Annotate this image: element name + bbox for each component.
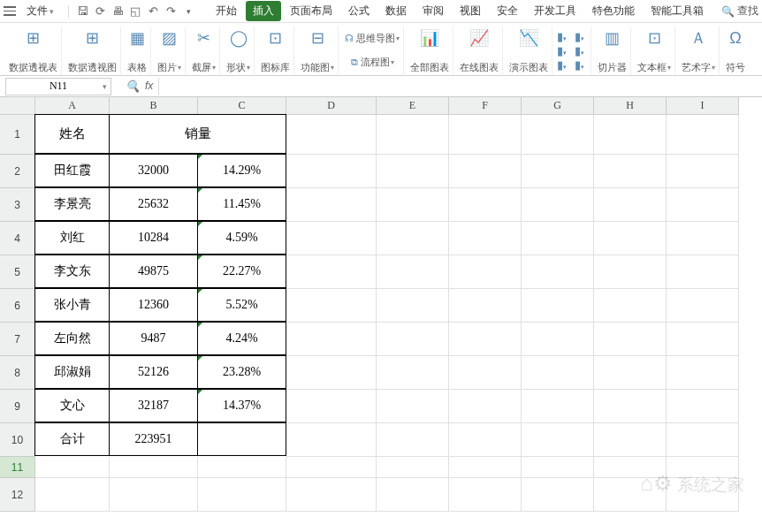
hamburger-icon[interactable] xyxy=(4,5,16,18)
cell-A3[interactable]: 李景亮 xyxy=(34,187,110,221)
col-header-C[interactable]: C xyxy=(198,97,286,115)
menu-tab-4[interactable]: 数据 xyxy=(378,1,414,21)
cell-A8[interactable]: 邱淑娟 xyxy=(34,355,110,389)
ribbon-group-textbox[interactable]: ⊡文本框 ▾ xyxy=(634,27,675,74)
cell-empty[interactable] xyxy=(286,356,377,390)
cell-D12[interactable] xyxy=(286,478,377,512)
cell-F12[interactable] xyxy=(449,478,522,512)
cell-B1-C1[interactable]: 销量 xyxy=(109,114,286,154)
col-header-F[interactable]: F xyxy=(449,97,522,115)
ribbon-group-wordart[interactable]: Ａ艺术字 ▾ xyxy=(678,27,720,74)
cell-empty[interactable] xyxy=(594,255,667,289)
cell-B7[interactable]: 9487 xyxy=(109,322,198,355)
ribbon-group-small-charts[interactable]: ▮▾▮▾▮▾▮▾▮▾▮▾ xyxy=(555,27,591,74)
cell-empty[interactable] xyxy=(377,323,449,356)
row-header-6[interactable]: 6 xyxy=(0,289,35,323)
cell-B5[interactable]: 49875 xyxy=(109,255,198,288)
row-header-8[interactable]: 8 xyxy=(0,356,35,390)
cell-empty[interactable] xyxy=(522,255,594,289)
cell-empty[interactable] xyxy=(594,289,667,323)
row-header-3[interactable]: 3 xyxy=(0,188,35,222)
cell-empty[interactable] xyxy=(594,115,667,155)
cell-empty[interactable] xyxy=(449,289,522,323)
cell-empty[interactable] xyxy=(667,289,739,323)
col-header-I[interactable]: I xyxy=(667,97,739,115)
cell-C2[interactable]: 14.29% xyxy=(197,154,286,187)
ribbon-group-symbol[interactable]: Ω符号 xyxy=(722,27,749,74)
cell-B10[interactable]: 223951 xyxy=(109,422,198,456)
cell-A1[interactable]: 姓名 xyxy=(34,114,110,154)
save-icon[interactable]: 🖫 xyxy=(76,5,88,18)
cell-empty[interactable] xyxy=(449,188,522,222)
cell-empty[interactable] xyxy=(667,155,739,188)
cell-empty[interactable] xyxy=(286,323,377,356)
cell-empty[interactable] xyxy=(522,155,594,188)
cell-empty[interactable] xyxy=(449,356,522,390)
cell-B11[interactable] xyxy=(110,457,198,478)
cell-empty[interactable] xyxy=(449,323,522,356)
cell-C12[interactable] xyxy=(198,478,286,512)
menu-tab-10[interactable]: 智能工具箱 xyxy=(644,1,711,21)
undo-icon[interactable]: ↶ xyxy=(147,5,159,18)
menu-tab-2[interactable]: 页面布局 xyxy=(283,1,339,21)
cell-G11[interactable] xyxy=(522,457,594,478)
cell-A7[interactable]: 左向然 xyxy=(34,322,110,355)
cell-empty[interactable] xyxy=(594,323,667,356)
cell-B12[interactable] xyxy=(110,478,198,512)
cell-empty[interactable] xyxy=(522,289,594,323)
menu-tab-0[interactable]: 开始 xyxy=(209,1,244,21)
menu-tab-6[interactable]: 视图 xyxy=(453,1,488,21)
cell-C4[interactable]: 4.59% xyxy=(197,221,286,255)
ribbon-group-icons[interactable]: ⊡图标库 xyxy=(257,27,294,74)
cell-empty[interactable] xyxy=(667,188,739,222)
ribbon-group-chart-all[interactable]: 📊全部图表 xyxy=(407,27,453,74)
cell-empty[interactable] xyxy=(286,390,377,423)
cell-B3[interactable]: 25632 xyxy=(109,187,198,221)
cell-F11[interactable] xyxy=(449,457,522,478)
ribbon-group-slicer[interactable]: ▥切片器 xyxy=(594,27,631,74)
ribbon-group-smartart[interactable]: ⊟功能图 ▾ xyxy=(297,27,339,74)
cell-empty[interactable] xyxy=(522,115,594,155)
menu-tab-5[interactable]: 审阅 xyxy=(415,1,451,21)
cell-G12[interactable] xyxy=(522,478,594,512)
cell-E12[interactable] xyxy=(377,478,449,512)
row-header-2[interactable]: 2 xyxy=(0,155,35,188)
col-header-B[interactable]: B xyxy=(110,97,198,115)
col-header-E[interactable]: E xyxy=(377,97,449,115)
cell-empty[interactable] xyxy=(449,222,522,255)
col-header-A[interactable]: A xyxy=(35,97,110,115)
row-header-4[interactable]: 4 xyxy=(0,222,35,255)
cell-empty[interactable] xyxy=(286,423,377,457)
cell-empty[interactable] xyxy=(667,222,739,255)
cell-empty[interactable] xyxy=(594,390,667,423)
cell-B6[interactable]: 12360 xyxy=(109,288,198,322)
menu-tab-9[interactable]: 特色功能 xyxy=(585,1,642,21)
cell-C3[interactable]: 11.45% xyxy=(197,187,286,221)
cell-empty[interactable] xyxy=(522,323,594,356)
row-header-11[interactable]: 11 xyxy=(0,457,35,478)
name-box[interactable]: N11 ▾ xyxy=(5,78,111,95)
cell-C10[interactable] xyxy=(197,422,286,456)
cell-empty[interactable] xyxy=(522,356,594,390)
cell-empty[interactable] xyxy=(667,323,739,356)
col-header-D[interactable]: D xyxy=(286,97,377,115)
select-all-corner[interactable] xyxy=(0,97,35,115)
cell-empty[interactable] xyxy=(667,423,739,457)
cell-A2[interactable]: 田红霞 xyxy=(34,154,110,187)
cell-B2[interactable]: 32000 xyxy=(109,154,198,187)
row-header-1[interactable]: 1 xyxy=(0,115,35,155)
cell-empty[interactable] xyxy=(286,222,377,255)
cell-empty[interactable] xyxy=(449,115,522,155)
cell-empty[interactable] xyxy=(522,423,594,457)
cell-A12[interactable] xyxy=(35,478,110,512)
cell-B9[interactable]: 32187 xyxy=(109,389,198,422)
cell-empty[interactable] xyxy=(286,188,377,222)
cell-empty[interactable] xyxy=(377,423,449,457)
cell-empty[interactable] xyxy=(377,115,449,155)
file-menu[interactable]: 文件 ▾ xyxy=(21,2,59,20)
cell-A10[interactable]: 合计 xyxy=(34,422,110,456)
print-icon[interactable]: 🖶 xyxy=(111,5,124,18)
cell-empty[interactable] xyxy=(667,356,739,390)
cell-empty[interactable] xyxy=(377,222,449,255)
cell-empty[interactable] xyxy=(594,423,667,457)
